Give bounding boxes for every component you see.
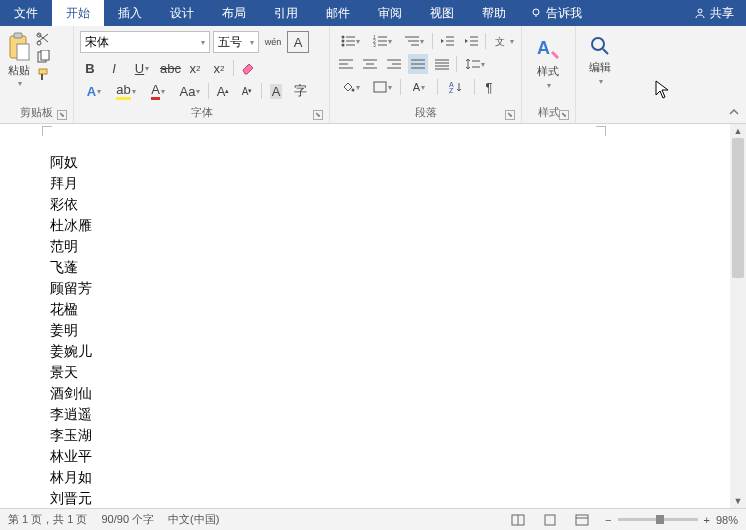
copy-button[interactable] — [36, 50, 52, 64]
text-effects-button[interactable]: A▾ — [80, 81, 108, 101]
zoom-out-button[interactable]: − — [605, 514, 611, 526]
italic-button[interactable]: I — [104, 58, 124, 78]
bullets-button[interactable]: ▾ — [336, 31, 364, 51]
enclose-characters-button[interactable]: A — [266, 81, 286, 101]
grow-font-button[interactable]: A▴ — [213, 81, 233, 101]
font-name-combo[interactable]: 宋体▾ — [80, 31, 210, 53]
font-launcher[interactable]: ⬊ — [313, 110, 323, 120]
bold-button[interactable]: B — [80, 58, 100, 78]
text-direction-button[interactable]: 文▾ — [490, 31, 518, 51]
document-line[interactable]: 林月如 — [50, 467, 92, 488]
phonetic-guide-button[interactable]: wén — [262, 31, 284, 53]
tab-help[interactable]: 帮助 — [468, 0, 520, 26]
document-line[interactable]: 范明 — [50, 236, 92, 257]
tab-view[interactable]: 视图 — [416, 0, 468, 26]
shading-button[interactable]: ▾ — [336, 77, 364, 97]
search-icon — [588, 34, 612, 58]
align-right-button[interactable] — [384, 54, 404, 74]
paste-button[interactable]: 粘贴 ▾ — [6, 32, 32, 88]
superscript-button[interactable]: x2 — [209, 58, 229, 78]
svg-rect-52 — [374, 82, 386, 92]
tell-me[interactable]: 告诉我 — [520, 0, 592, 26]
tab-file[interactable]: 文件 — [0, 0, 52, 26]
scroll-track[interactable] — [730, 138, 746, 494]
justify-button[interactable] — [408, 54, 428, 74]
language-indicator[interactable]: 中文(中国) — [168, 512, 219, 527]
zoom-slider[interactable] — [618, 518, 698, 521]
document-text[interactable]: 阿奴拜月彩依杜冰雁范明飞蓬顾留芳花楹姜明姜婉儿景天酒剑仙李逍遥李玉湖林业平林月如… — [50, 152, 92, 508]
sort-button[interactable]: AZ — [442, 77, 470, 97]
format-painter-button[interactable] — [36, 68, 52, 82]
subscript-button[interactable]: x2 — [185, 58, 205, 78]
outdent-icon — [440, 35, 454, 47]
font-color-button[interactable]: A▾ — [144, 81, 172, 101]
cut-button[interactable] — [36, 32, 52, 46]
paint-bucket-icon — [341, 81, 355, 93]
document-line[interactable]: 李逍遥 — [50, 404, 92, 425]
document-line[interactable]: 景天 — [50, 362, 92, 383]
underline-button[interactable]: U▾ — [128, 58, 156, 78]
styles-launcher[interactable]: ⬊ — [559, 110, 569, 120]
shrink-font-button[interactable]: A▾ — [237, 81, 257, 101]
paragraph-group-label: 段落 — [415, 106, 437, 118]
strikethrough-button[interactable]: abc — [160, 58, 181, 78]
character-shading-button[interactable]: 字 — [290, 81, 310, 101]
tab-home[interactable]: 开始 — [52, 0, 104, 26]
distribute-button[interactable] — [432, 54, 452, 74]
document-line[interactable]: 飞蓬 — [50, 257, 92, 278]
document-area[interactable]: 阿奴拜月彩依杜冰雁范明飞蓬顾留芳花楹姜明姜婉儿景天酒剑仙李逍遥李玉湖林业平林月如… — [0, 124, 746, 508]
tab-mailings[interactable]: 邮件 — [312, 0, 364, 26]
decrease-indent-button[interactable] — [437, 31, 457, 51]
document-line[interactable]: 林业平 — [50, 446, 92, 467]
document-line[interactable]: 花楹 — [50, 299, 92, 320]
document-line[interactable]: 李玉湖 — [50, 425, 92, 446]
align-left-button[interactable] — [336, 54, 356, 74]
line-spacing-button[interactable]: ▾ — [461, 54, 489, 74]
multilevel-list-button[interactable]: ▾ — [400, 31, 428, 51]
document-line[interactable]: 姜明 — [50, 320, 92, 341]
align-center-button[interactable] — [360, 54, 380, 74]
editing-button[interactable]: 编辑 ▾ — [580, 28, 620, 92]
zoom-thumb[interactable] — [656, 515, 664, 524]
highlight-button[interactable]: ab▾ — [112, 81, 140, 101]
character-scale-button[interactable]: Aa▾ — [176, 81, 204, 101]
styles-button[interactable]: A 样式 ▾ — [526, 28, 570, 96]
show-marks-button[interactable]: ¶ — [479, 77, 499, 97]
paragraph-launcher[interactable]: ⬊ — [505, 110, 515, 120]
document-line[interactable]: 姜婉儿 — [50, 341, 92, 362]
asian-layout-button[interactable]: A▾ — [405, 77, 433, 97]
document-line[interactable]: 顾留芳 — [50, 278, 92, 299]
clear-formatting-button[interactable] — [238, 58, 258, 78]
tab-review[interactable]: 审阅 — [364, 0, 416, 26]
status-bar: 第 1 页，共 1 页 90/90 个字 中文(中国) − + 98% — [0, 508, 746, 530]
print-layout-button[interactable] — [541, 512, 559, 528]
tab-layout[interactable]: 布局 — [208, 0, 260, 26]
vertical-scrollbar[interactable]: ▲ ▼ — [730, 124, 746, 508]
document-line[interactable]: 杜冰雁 — [50, 215, 92, 236]
document-line[interactable]: 刘晋元 — [50, 488, 92, 508]
web-layout-button[interactable] — [573, 512, 591, 528]
tab-insert[interactable]: 插入 — [104, 0, 156, 26]
numbering-button[interactable]: 123▾ — [368, 31, 396, 51]
page-indicator[interactable]: 第 1 页，共 1 页 — [8, 512, 87, 527]
zoom-level[interactable]: 98% — [716, 514, 738, 526]
character-border-button[interactable]: A — [287, 31, 309, 53]
font-size-combo[interactable]: 五号▾ — [213, 31, 259, 53]
borders-button[interactable]: ▾ — [368, 77, 396, 97]
scroll-thumb[interactable] — [732, 138, 744, 278]
tab-design[interactable]: 设计 — [156, 0, 208, 26]
document-line[interactable]: 酒剑仙 — [50, 383, 92, 404]
zoom-in-button[interactable]: + — [704, 514, 710, 526]
collapse-ribbon-button[interactable] — [728, 106, 740, 118]
read-mode-button[interactable] — [509, 512, 527, 528]
scroll-up-button[interactable]: ▲ — [734, 124, 743, 138]
tab-references[interactable]: 引用 — [260, 0, 312, 26]
document-line[interactable]: 彩依 — [50, 194, 92, 215]
increase-indent-button[interactable] — [461, 31, 481, 51]
share-button[interactable]: 共享 — [682, 0, 746, 26]
document-line[interactable]: 阿奴 — [50, 152, 92, 173]
scroll-down-button[interactable]: ▼ — [734, 494, 743, 508]
document-line[interactable]: 拜月 — [50, 173, 92, 194]
word-count[interactable]: 90/90 个字 — [101, 512, 154, 527]
clipboard-launcher[interactable]: ⬊ — [57, 110, 67, 120]
